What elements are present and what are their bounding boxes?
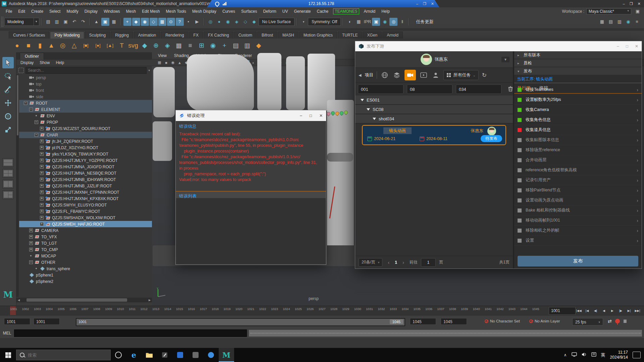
auto-keyframe-icon[interactable]: [615, 319, 620, 323]
expand-toggle-icon[interactable]: [40, 222, 44, 226]
make-live-icon[interactable]: ⊙: [167, 18, 175, 26]
taskbar-cortana-icon[interactable]: [111, 348, 126, 362]
pause-viewport-icon[interactable]: ‖: [398, 18, 406, 26]
goto-page-input[interactable]: [421, 258, 436, 267]
outliner-panel-tab[interactable]: Outliner: [20, 53, 44, 60]
combine-icon[interactable]: ⊕: [151, 41, 161, 51]
window-minimize-button[interactable]: –: [623, 2, 625, 6]
menu-item[interactable]: Surfaces: [238, 9, 260, 14]
checklist-item[interactable]: 收集道具信息 ›: [514, 125, 642, 135]
frame-tick-label[interactable]: 1032: [378, 307, 385, 311]
hypershade-panel-icon[interactable]: ◉: [624, 18, 632, 26]
checklist-item[interactable]: reference角色低模替换高模 ›: [514, 165, 642, 175]
frame-tick-label[interactable]: 1037: [437, 307, 444, 311]
outliner-node[interactable]: pSphere1: [19, 272, 152, 278]
expand-toggle-icon[interactable]: [40, 209, 44, 213]
menu-item[interactable]: Help: [378, 9, 393, 14]
menu-item[interactable]: Modify: [63, 9, 81, 14]
expand-toggle-icon[interactable]: [40, 139, 44, 143]
new-scene-icon[interactable]: ▤: [44, 18, 52, 26]
taskbar-maya-icon[interactable]: M: [219, 348, 234, 362]
taskbar-file-explorer-icon[interactable]: [142, 348, 157, 362]
frame-tick-label[interactable]: 1036: [425, 307, 432, 311]
window-close-button[interactable]: ✕: [638, 2, 641, 6]
output-connection-icon[interactable]: ●: [215, 18, 223, 26]
bridge-icon[interactable]: ▤: [231, 41, 241, 51]
frame-tick-label[interactable]: 1029: [342, 307, 349, 311]
playback-button[interactable]: ▶▶|: [634, 307, 641, 314]
move-tool[interactable]: [2, 97, 14, 109]
outliner-node[interactable]: pl:PLDZ_XDZYHG:ROOT: [19, 144, 152, 151]
tray-expand-icon[interactable]: ∧: [564, 353, 567, 357]
expand-toggle-icon[interactable]: [40, 178, 44, 181]
taskbar-pen-app-icon[interactable]: [157, 348, 172, 362]
frame-tick-label[interactable]: 1040: [473, 307, 480, 311]
playback-button[interactable]: ▶|: [625, 307, 633, 314]
menu-item[interactable]: Display: [82, 9, 101, 14]
tray-volume-icon[interactable]: [582, 352, 587, 358]
frame-tick-label[interactable]: 1007: [81, 307, 88, 311]
save-scene-icon[interactable]: ▣: [62, 18, 70, 26]
checklist-item[interactable]: 移动动画帧到1001 ›: [514, 216, 642, 226]
menu-item[interactable]: Mesh Tools: [163, 9, 189, 14]
frame-tick-label[interactable]: 1044: [520, 307, 527, 311]
expand-toggle-icon[interactable]: [40, 165, 44, 169]
outliner-horizontal-scrollbar[interactable]: ◀▶: [16, 298, 152, 302]
expand-toggle-icon[interactable]: [40, 127, 44, 130]
poly-helix-icon[interactable]: [●]: [93, 40, 103, 51]
open-scene-icon[interactable]: ▥: [53, 18, 61, 26]
frame-tick-label[interactable]: 1011: [129, 307, 136, 311]
render-view-icon[interactable]: ◐: [346, 18, 354, 26]
camera-filter-button-active[interactable]: [405, 70, 416, 80]
outliner-node[interactable]: side: [19, 94, 152, 100]
expand-toggle-icon[interactable]: [24, 95, 28, 99]
camera-attrs-icon[interactable]: ◉: [170, 60, 176, 65]
poly-cylinder-icon[interactable]: ▮: [35, 41, 45, 51]
outliner-filter-icon[interactable]: [18, 68, 24, 73]
panel-menu-item[interactable]: View: [158, 53, 167, 58]
menu-item[interactable]: TEAMONES: [333, 8, 359, 14]
layout-persp-outliner-button[interactable]: [2, 180, 14, 188]
outliner-node[interactable]: CAMERA: [19, 227, 152, 234]
outliner-node[interactable]: jh:JH_ZQEPMX:ROOT: [19, 138, 152, 144]
checklist-item[interactable]: 收集Camera ›: [514, 105, 642, 115]
outliner-node[interactable]: QZJS:HHJTJMNA_JGIGFD:ROOT: [19, 164, 152, 170]
checklist-item[interactable]: 移除PairBlend节点 ›: [514, 185, 642, 195]
publish-close-button[interactable]: ✕: [635, 44, 638, 49]
expand-toggle-icon[interactable]: [29, 235, 33, 239]
playback-button[interactable]: |◀: [583, 307, 591, 314]
menu-item[interactable]: Create: [28, 9, 46, 14]
poly-text-icon[interactable]: T: [117, 41, 127, 51]
frame-tick-label[interactable]: 1012: [141, 307, 148, 311]
start-button[interactable]: [0, 348, 16, 362]
publish-minimize-button[interactable]: –: [617, 44, 619, 49]
expand-toggle-icon[interactable]: [29, 254, 33, 258]
select-hierarchy-icon[interactable]: ▲: [93, 18, 101, 26]
menu-item[interactable]: Windows: [101, 9, 123, 14]
checklist-item[interactable]: 记录引用资产 ›: [514, 175, 642, 185]
current-time-field[interactable]: 1001: [549, 307, 576, 315]
checklist-item[interactable]: 收集贴图版本信息 ›: [514, 135, 642, 145]
textured-icon[interactable]: ◐: [251, 60, 256, 65]
target-weld-icon[interactable]: ◉: [208, 41, 218, 51]
frame-tick-label[interactable]: 1002: [22, 307, 29, 311]
expand-toggle-icon[interactable]: [29, 248, 33, 251]
publish-window-titlebar[interactable]: 发布下游 – □ ✕: [355, 41, 642, 51]
outliner-node[interactable]: QZJS:HHJTJMXNH_CTPNNN:ROOT: [19, 189, 152, 195]
outliner-node[interactable]: PROP: [19, 119, 152, 125]
frame-tick-label[interactable]: 1001: [10, 307, 17, 311]
snap-grid-icon[interactable]: +: [123, 18, 131, 26]
expand-arrow-icon[interactable]: [367, 108, 370, 111]
taskbar-app-blue-icon[interactable]: [172, 348, 188, 362]
shelf-tab[interactable]: FX Caching: [204, 32, 233, 39]
menu-item[interactable]: Mesh Display: [189, 9, 219, 14]
sequence-field[interactable]: [407, 84, 452, 94]
curve-snap-icon[interactable]: ◈: [233, 18, 241, 26]
expand-toggle-icon[interactable]: [29, 229, 33, 232]
lock-workspace-icon[interactable]: ▣: [634, 7, 642, 15]
outliner-node[interactable]: front: [19, 87, 152, 94]
rdp-pin-icon[interactable]: [214, 1, 220, 7]
checklist-section-header[interactable]: ▸ 所有版本: [514, 51, 642, 59]
checklist-item[interactable]: 移除场景reference ›: [514, 145, 642, 155]
frame-tick-label[interactable]: 1013: [152, 307, 159, 311]
